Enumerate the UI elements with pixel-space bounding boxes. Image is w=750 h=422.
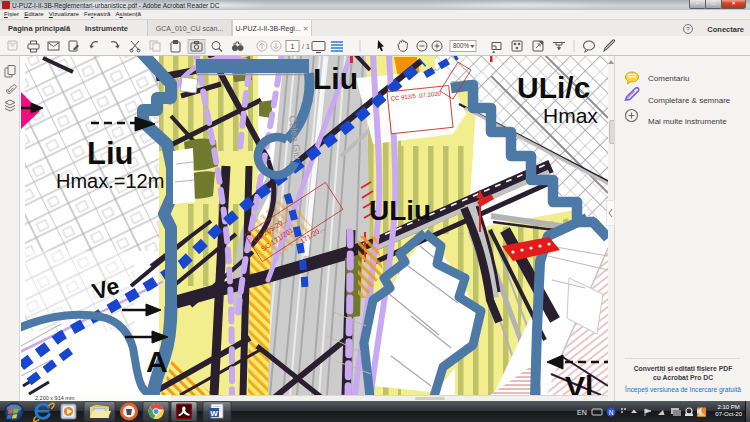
- svg-text:Liu: Liu: [313, 62, 358, 95]
- svg-text:1: 1: [291, 43, 295, 50]
- svg-text:ULiu: ULiu: [369, 195, 431, 226]
- svg-text:/ 1: / 1: [302, 43, 310, 50]
- svg-text:800%: 800%: [453, 42, 470, 49]
- svg-text:Mai multe instrumente: Mai multe instrumente: [648, 117, 727, 126]
- svg-text:Completare & semnare: Completare & semnare: [648, 96, 731, 105]
- svg-text:Vl: Vl: [565, 370, 593, 395]
- svg-text:N: N: [609, 409, 614, 416]
- svg-text:Hmax.=12m: Hmax.=12m: [56, 170, 164, 192]
- svg-text:A: A: [146, 345, 168, 378]
- svg-text:Comentariu: Comentariu: [648, 74, 689, 83]
- svg-text:ULi/c: ULi/c: [517, 71, 590, 104]
- svg-text:Hmax: Hmax: [543, 104, 598, 127]
- svg-text:EN: EN: [577, 409, 587, 416]
- svg-text:Liu: Liu: [87, 136, 134, 171]
- svg-text:W: W: [210, 409, 218, 418]
